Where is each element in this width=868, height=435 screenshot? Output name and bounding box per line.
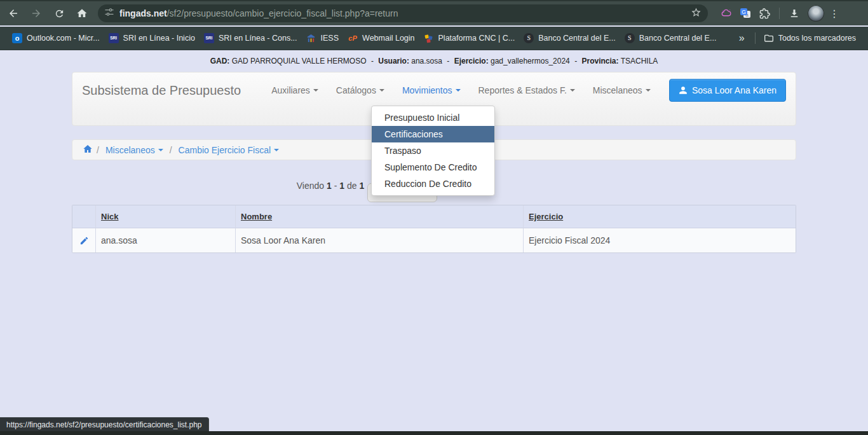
nav-item-movimientos[interactable]: Movimientos	[393, 79, 470, 102]
toolbar-separator	[779, 8, 780, 19]
url-text: fingads.net/sf2/presupuesto/cambio_ejerc…	[119, 8, 691, 18]
results-table: Nick Nombre Ejercicio ana.sosa Sosa Loor…	[72, 205, 796, 253]
edit-row-button[interactable]	[72, 228, 96, 252]
table-header-row: Nick Nombre Ejercicio	[72, 205, 796, 228]
nav-item-catalogos[interactable]: Catálogos	[327, 79, 393, 102]
bookmark-label: SRI en Línea - Cons...	[219, 34, 297, 43]
bookmark-banco-central-2[interactable]: S Banco Central del E...	[620, 30, 721, 46]
page-content: GAD: GAD PARROQUIAL VALLE HERMOSO - Usua…	[0, 51, 868, 431]
ejercicio-label: Ejercicio:	[454, 57, 489, 66]
chevron-down-icon	[456, 89, 461, 92]
bookmark-outlook[interactable]: o Outlook.com - Micr...	[8, 30, 104, 46]
nav-item-auxiliares[interactable]: Auxiliares	[262, 79, 327, 102]
chrome-menu-icon[interactable]: ⋮	[828, 8, 841, 20]
breadcrumb-home-icon[interactable]	[83, 144, 93, 156]
banco-central-favicon: S	[625, 33, 635, 43]
menu-item-suplemento-credito[interactable]: Suplemento De Credito	[372, 159, 494, 176]
cell-ejercicio: Ejercicio Fiscal 2024	[524, 228, 796, 252]
bookmark-label: Banco Central del E...	[538, 34, 616, 43]
browser-toolbar: fingads.net/sf2/presupuesto/cambio_ejerc…	[0, 0, 868, 25]
separator: -	[371, 57, 374, 66]
usuario-value: ana.sosa	[411, 57, 442, 66]
extensions-puzzle-icon[interactable]	[755, 4, 774, 23]
menu-item-presupuesto-inicial[interactable]: Presupuesto Inicial	[372, 109, 494, 126]
menu-item-traspaso[interactable]: Traspaso	[372, 142, 494, 159]
all-bookmarks-button[interactable]: Todos los marcadores	[759, 30, 860, 46]
sort-header-nombre[interactable]: Nombre	[241, 212, 272, 221]
gad-value: GAD PARROQUIAL VALLE HERMOSO	[232, 57, 367, 66]
bookmarks-bar: o Outlook.com - Micr... SRI SRI en Línea…	[0, 27, 868, 50]
downloads-icon[interactable]	[785, 4, 804, 23]
chevron-down-icon	[274, 149, 279, 151]
ejercicio-value: gad_vallehermos_2024	[491, 57, 570, 66]
taskbar-edge	[0, 431, 868, 435]
cnc-favicon	[424, 33, 434, 43]
bookmark-sri-consultas[interactable]: SRI SRI en Línea - Cons...	[200, 30, 302, 46]
translate-icon[interactable]: a G	[736, 4, 755, 23]
bookmark-iess[interactable]: IESS	[302, 30, 344, 46]
bookmark-webmail[interactable]: cP Webmail Login	[343, 30, 419, 46]
bookmark-label: SRI en Línea - Inicio	[123, 34, 195, 43]
bookmark-star-icon[interactable]	[691, 7, 702, 20]
app-title: Subsistema de Presupuesto	[82, 83, 241, 98]
folder-icon	[764, 33, 774, 43]
forward-icon[interactable]	[27, 4, 46, 23]
site-info-icon[interactable]	[104, 7, 114, 20]
chevron-down-icon	[379, 89, 384, 92]
movimientos-dropdown-menu: Presupuesto Inicial Certificaciones Tras…	[371, 106, 495, 196]
breadcrumb-item-cambio-ejercicio[interactable]: Cambio Ejercicio Fiscal	[179, 145, 279, 155]
link-status-tooltip: https://fingads.net/sf2/presupuesto/cert…	[0, 417, 209, 431]
nav-item-miscelaneos[interactable]: Miscelaneos	[584, 79, 660, 102]
bookmark-label: Banco Central del E...	[639, 34, 717, 43]
profile-avatar[interactable]	[808, 5, 824, 22]
bookmark-label: Outlook.com - Micr...	[27, 34, 100, 43]
provincia-value: TSACHILA	[621, 57, 658, 66]
bookmark-cnc[interactable]: Plataforma CNC | C...	[419, 30, 520, 46]
menu-item-certificaciones[interactable]: Certificaciones	[372, 126, 494, 142]
bookmarks-overflow-chevron[interactable]: »	[733, 32, 751, 44]
extension-cloud-icon[interactable]	[717, 4, 736, 23]
bookmark-label: IESS	[321, 34, 339, 43]
svg-text:G: G	[742, 9, 746, 15]
breadcrumb-separator: /	[170, 145, 172, 155]
usuario-label: Usuario:	[378, 57, 409, 66]
menu-item-reduccion-credito[interactable]: Reduccion De Credito	[372, 176, 494, 192]
bookmark-label: Todos los marcadores	[778, 34, 856, 43]
breadcrumb-separator: /	[97, 145, 99, 155]
session-info-bar: GAD: GAD PARROQUIAL VALLE HERMOSO - Usua…	[0, 57, 868, 66]
chevron-down-icon	[313, 89, 318, 92]
bookmark-label: Plataforma CNC | C...	[438, 34, 515, 43]
sort-header-nick[interactable]: Nick	[101, 212, 118, 221]
edit-column-header	[72, 205, 96, 228]
breadcrumb-item-miscelaneos[interactable]: Miscelaneos	[105, 145, 163, 155]
sort-header-ejercicio[interactable]: Ejercicio	[529, 212, 563, 221]
chevron-down-icon	[158, 149, 163, 151]
table-row: ana.sosa Sosa Loor Ana Karen Ejercicio F…	[72, 228, 796, 252]
reload-icon[interactable]	[50, 4, 69, 23]
provincia-label: Provincia:	[581, 57, 618, 66]
sri-favicon: SRI	[204, 33, 214, 43]
bookmark-label: Webmail Login	[362, 34, 414, 43]
sri-favicon: SRI	[109, 33, 119, 43]
pagination-summary: Viendo 1 - 1 de 1	[0, 181, 661, 191]
user-icon	[679, 86, 688, 95]
back-icon[interactable]	[4, 4, 23, 23]
cell-nombre: Sosa Loor Ana Karen	[236, 228, 524, 252]
chevron-down-icon	[570, 89, 575, 92]
separator: -	[574, 57, 577, 66]
bookmark-sri-inicio[interactable]: SRI SRI en Línea - Inicio	[104, 30, 200, 46]
separator: -	[447, 57, 449, 66]
banco-central-favicon: S	[524, 33, 534, 43]
outlook-favicon: o	[12, 33, 22, 43]
address-bar[interactable]: fingads.net/sf2/presupuesto/cambio_ejerc…	[98, 4, 708, 22]
gad-label: GAD:	[210, 57, 230, 66]
user-session-button[interactable]: Sosa Loor Ana Karen	[669, 79, 786, 102]
bookmark-banco-central-1[interactable]: S Banco Central del E...	[519, 30, 620, 46]
cpanel-favicon: cP	[348, 33, 358, 43]
bookmarks-separator	[755, 32, 756, 44]
iess-favicon	[306, 33, 316, 43]
pencil-icon	[79, 236, 89, 245]
nav-item-reportes[interactable]: Reportes & Estados F.	[470, 79, 584, 102]
home-icon[interactable]	[72, 4, 92, 23]
chevron-down-icon	[646, 89, 651, 92]
